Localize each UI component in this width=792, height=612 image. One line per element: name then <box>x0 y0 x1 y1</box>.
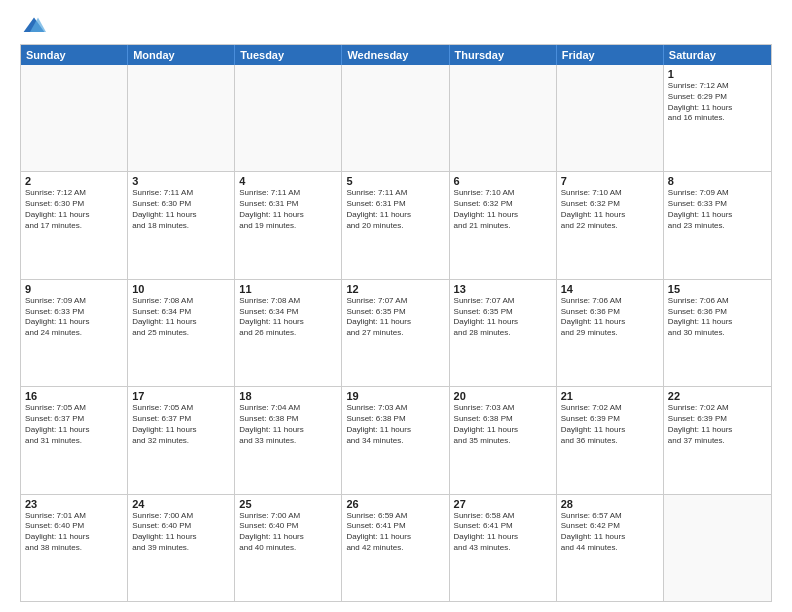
calendar-cell: 7Sunrise: 7:10 AM Sunset: 6:32 PM Daylig… <box>557 172 664 278</box>
calendar-row-1: 2Sunrise: 7:12 AM Sunset: 6:30 PM Daylig… <box>21 171 771 278</box>
day-info: Sunrise: 7:02 AM Sunset: 6:39 PM Dayligh… <box>561 403 659 446</box>
calendar-cell: 13Sunrise: 7:07 AM Sunset: 6:35 PM Dayli… <box>450 280 557 386</box>
day-number: 13 <box>454 283 552 295</box>
calendar-cell: 28Sunrise: 6:57 AM Sunset: 6:42 PM Dayli… <box>557 495 664 601</box>
calendar-cell: 14Sunrise: 7:06 AM Sunset: 6:36 PM Dayli… <box>557 280 664 386</box>
day-number: 25 <box>239 498 337 510</box>
calendar-header: SundayMondayTuesdayWednesdayThursdayFrid… <box>21 45 771 65</box>
header-day-tuesday: Tuesday <box>235 45 342 65</box>
day-info: Sunrise: 7:08 AM Sunset: 6:34 PM Dayligh… <box>239 296 337 339</box>
day-info: Sunrise: 6:59 AM Sunset: 6:41 PM Dayligh… <box>346 511 444 554</box>
day-info: Sunrise: 7:03 AM Sunset: 6:38 PM Dayligh… <box>454 403 552 446</box>
calendar-cell <box>235 65 342 171</box>
day-info: Sunrise: 7:11 AM Sunset: 6:31 PM Dayligh… <box>239 188 337 231</box>
header <box>20 16 772 36</box>
calendar-row-0: 1Sunrise: 7:12 AM Sunset: 6:29 PM Daylig… <box>21 65 771 171</box>
calendar-row-3: 16Sunrise: 7:05 AM Sunset: 6:37 PM Dayli… <box>21 386 771 493</box>
day-info: Sunrise: 7:07 AM Sunset: 6:35 PM Dayligh… <box>346 296 444 339</box>
day-number: 14 <box>561 283 659 295</box>
header-day-saturday: Saturday <box>664 45 771 65</box>
day-info: Sunrise: 7:00 AM Sunset: 6:40 PM Dayligh… <box>239 511 337 554</box>
header-day-wednesday: Wednesday <box>342 45 449 65</box>
calendar-cell: 23Sunrise: 7:01 AM Sunset: 6:40 PM Dayli… <box>21 495 128 601</box>
calendar-cell: 22Sunrise: 7:02 AM Sunset: 6:39 PM Dayli… <box>664 387 771 493</box>
day-number: 7 <box>561 175 659 187</box>
header-day-sunday: Sunday <box>21 45 128 65</box>
calendar-cell: 8Sunrise: 7:09 AM Sunset: 6:33 PM Daylig… <box>664 172 771 278</box>
day-info: Sunrise: 7:11 AM Sunset: 6:31 PM Dayligh… <box>346 188 444 231</box>
day-number: 21 <box>561 390 659 402</box>
day-info: Sunrise: 7:03 AM Sunset: 6:38 PM Dayligh… <box>346 403 444 446</box>
day-number: 26 <box>346 498 444 510</box>
day-info: Sunrise: 6:58 AM Sunset: 6:41 PM Dayligh… <box>454 511 552 554</box>
day-number: 22 <box>668 390 767 402</box>
header-day-monday: Monday <box>128 45 235 65</box>
day-info: Sunrise: 7:11 AM Sunset: 6:30 PM Dayligh… <box>132 188 230 231</box>
calendar-cell: 24Sunrise: 7:00 AM Sunset: 6:40 PM Dayli… <box>128 495 235 601</box>
day-info: Sunrise: 7:06 AM Sunset: 6:36 PM Dayligh… <box>668 296 767 339</box>
calendar-cell: 1Sunrise: 7:12 AM Sunset: 6:29 PM Daylig… <box>664 65 771 171</box>
calendar-cell: 2Sunrise: 7:12 AM Sunset: 6:30 PM Daylig… <box>21 172 128 278</box>
day-info: Sunrise: 7:10 AM Sunset: 6:32 PM Dayligh… <box>454 188 552 231</box>
calendar-row-2: 9Sunrise: 7:09 AM Sunset: 6:33 PM Daylig… <box>21 279 771 386</box>
day-number: 23 <box>25 498 123 510</box>
calendar-cell: 21Sunrise: 7:02 AM Sunset: 6:39 PM Dayli… <box>557 387 664 493</box>
calendar-cell: 25Sunrise: 7:00 AM Sunset: 6:40 PM Dayli… <box>235 495 342 601</box>
calendar-cell: 4Sunrise: 7:11 AM Sunset: 6:31 PM Daylig… <box>235 172 342 278</box>
logo <box>20 16 50 36</box>
calendar-cell: 10Sunrise: 7:08 AM Sunset: 6:34 PM Dayli… <box>128 280 235 386</box>
calendar-cell: 19Sunrise: 7:03 AM Sunset: 6:38 PM Dayli… <box>342 387 449 493</box>
calendar-cell: 16Sunrise: 7:05 AM Sunset: 6:37 PM Dayli… <box>21 387 128 493</box>
day-info: Sunrise: 7:04 AM Sunset: 6:38 PM Dayligh… <box>239 403 337 446</box>
day-number: 2 <box>25 175 123 187</box>
day-info: Sunrise: 7:12 AM Sunset: 6:29 PM Dayligh… <box>668 81 767 124</box>
day-info: Sunrise: 6:57 AM Sunset: 6:42 PM Dayligh… <box>561 511 659 554</box>
day-info: Sunrise: 7:02 AM Sunset: 6:39 PM Dayligh… <box>668 403 767 446</box>
calendar-cell: 27Sunrise: 6:58 AM Sunset: 6:41 PM Dayli… <box>450 495 557 601</box>
day-number: 5 <box>346 175 444 187</box>
day-info: Sunrise: 7:09 AM Sunset: 6:33 PM Dayligh… <box>668 188 767 231</box>
day-number: 12 <box>346 283 444 295</box>
day-number: 1 <box>668 68 767 80</box>
calendar-cell: 6Sunrise: 7:10 AM Sunset: 6:32 PM Daylig… <box>450 172 557 278</box>
day-info: Sunrise: 7:05 AM Sunset: 6:37 PM Dayligh… <box>132 403 230 446</box>
calendar-cell <box>128 65 235 171</box>
calendar-cell <box>342 65 449 171</box>
day-number: 27 <box>454 498 552 510</box>
day-number: 24 <box>132 498 230 510</box>
day-number: 8 <box>668 175 767 187</box>
calendar-cell: 18Sunrise: 7:04 AM Sunset: 6:38 PM Dayli… <box>235 387 342 493</box>
calendar-body: 1Sunrise: 7:12 AM Sunset: 6:29 PM Daylig… <box>21 65 771 601</box>
day-info: Sunrise: 7:01 AM Sunset: 6:40 PM Dayligh… <box>25 511 123 554</box>
day-number: 3 <box>132 175 230 187</box>
calendar-cell <box>21 65 128 171</box>
calendar-cell: 20Sunrise: 7:03 AM Sunset: 6:38 PM Dayli… <box>450 387 557 493</box>
day-number: 4 <box>239 175 337 187</box>
day-info: Sunrise: 7:09 AM Sunset: 6:33 PM Dayligh… <box>25 296 123 339</box>
day-number: 28 <box>561 498 659 510</box>
header-day-friday: Friday <box>557 45 664 65</box>
day-info: Sunrise: 7:08 AM Sunset: 6:34 PM Dayligh… <box>132 296 230 339</box>
calendar-row-4: 23Sunrise: 7:01 AM Sunset: 6:40 PM Dayli… <box>21 494 771 601</box>
calendar-cell <box>450 65 557 171</box>
day-number: 20 <box>454 390 552 402</box>
logo-icon <box>22 16 46 36</box>
day-number: 10 <box>132 283 230 295</box>
calendar-cell <box>557 65 664 171</box>
day-number: 19 <box>346 390 444 402</box>
calendar-cell: 26Sunrise: 6:59 AM Sunset: 6:41 PM Dayli… <box>342 495 449 601</box>
day-info: Sunrise: 7:10 AM Sunset: 6:32 PM Dayligh… <box>561 188 659 231</box>
calendar-cell: 3Sunrise: 7:11 AM Sunset: 6:30 PM Daylig… <box>128 172 235 278</box>
calendar-cell <box>664 495 771 601</box>
day-number: 6 <box>454 175 552 187</box>
day-info: Sunrise: 7:06 AM Sunset: 6:36 PM Dayligh… <box>561 296 659 339</box>
calendar: SundayMondayTuesdayWednesdayThursdayFrid… <box>20 44 772 602</box>
day-info: Sunrise: 7:05 AM Sunset: 6:37 PM Dayligh… <box>25 403 123 446</box>
day-info: Sunrise: 7:12 AM Sunset: 6:30 PM Dayligh… <box>25 188 123 231</box>
header-day-thursday: Thursday <box>450 45 557 65</box>
calendar-cell: 5Sunrise: 7:11 AM Sunset: 6:31 PM Daylig… <box>342 172 449 278</box>
day-info: Sunrise: 7:07 AM Sunset: 6:35 PM Dayligh… <box>454 296 552 339</box>
day-number: 17 <box>132 390 230 402</box>
day-info: Sunrise: 7:00 AM Sunset: 6:40 PM Dayligh… <box>132 511 230 554</box>
calendar-cell: 11Sunrise: 7:08 AM Sunset: 6:34 PM Dayli… <box>235 280 342 386</box>
